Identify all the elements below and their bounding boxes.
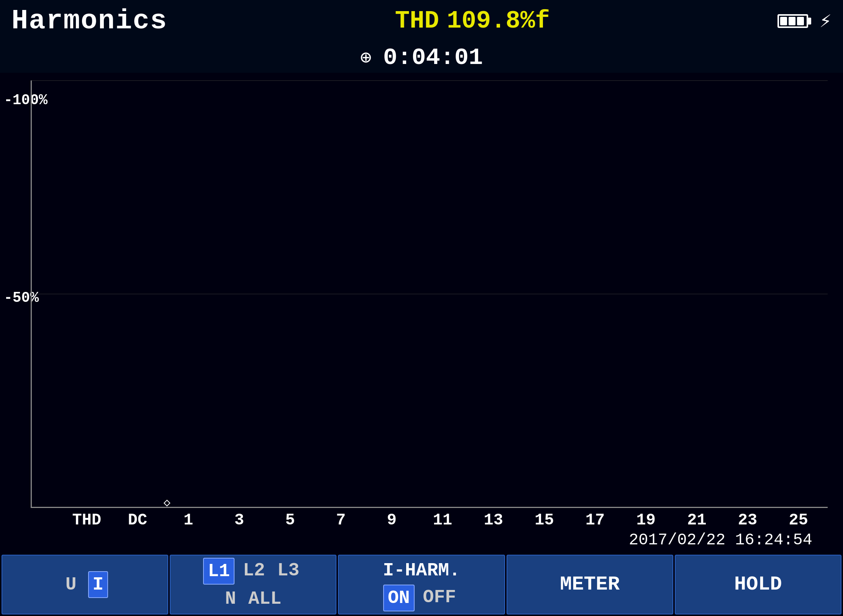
l3-button[interactable]: L3	[274, 558, 303, 585]
x-label-THD: THD	[61, 511, 112, 529]
bars-container: ◇	[32, 80, 828, 507]
date-display: 2017/02/22 16:24:54	[31, 529, 828, 551]
x-label-21: 21	[671, 511, 722, 529]
l-top-row: L1 L2 L3	[203, 558, 303, 585]
status-icons: ⚡	[777, 9, 832, 33]
iharm-button-group[interactable]: I-HARM. ON OFF	[338, 555, 505, 614]
chart-inner: ◇	[31, 80, 828, 508]
top-header: Harmonics THD 109.8%f ⚡	[0, 0, 843, 42]
x-label-17: 17	[570, 511, 621, 529]
i-button[interactable]: I	[88, 571, 108, 598]
ui-button-group[interactable]: U I	[2, 555, 168, 614]
time-row: ⊕ 0:04:01	[0, 42, 843, 73]
x-label-19: 19	[620, 511, 671, 529]
clock-icon: ⊕	[360, 46, 372, 69]
iharm-top-row: I-HARM.	[379, 558, 464, 583]
x-label-3: 3	[214, 511, 265, 529]
l-bottom-row: N ALL	[221, 586, 285, 611]
x-label-DC: DC	[112, 511, 163, 529]
iharm-on-button[interactable]: ON	[383, 585, 415, 611]
u-button[interactable]: U	[62, 572, 80, 597]
chart-area: -100% -50% ◇ THDDC135791113151719212325 …	[0, 73, 843, 555]
l1-button[interactable]: L1	[203, 558, 235, 585]
iharm-off-button[interactable]: OFF	[419, 585, 460, 611]
x-label-23: 23	[722, 511, 773, 529]
thd-label: THD	[395, 7, 439, 35]
ui-content: U I	[62, 571, 108, 598]
meter-label: METER	[560, 573, 620, 596]
iharm-label: I-HARM.	[379, 558, 464, 583]
x-label-25: 25	[773, 511, 824, 529]
all-button[interactable]: ALL	[244, 586, 285, 611]
iharm-bottom-row: ON OFF	[383, 585, 460, 611]
l-button-group[interactable]: L1 L2 L3 N ALL	[170, 555, 336, 614]
hold-button[interactable]: HOLD	[675, 555, 841, 614]
plug-icon: ⚡	[820, 9, 832, 33]
hold-label: HOLD	[734, 573, 782, 596]
x-label-1: 1	[163, 511, 214, 529]
x-axis: THDDC135791113151719212325	[61, 508, 828, 529]
meter-button[interactable]: METER	[507, 555, 673, 614]
time-display: 0:04:01	[383, 44, 483, 71]
n-button[interactable]: N	[221, 586, 240, 611]
bar-marker: ◇	[164, 495, 171, 510]
bottom-buttons: U I L1 L2 L3 N ALL I-HARM. ON OFF METER …	[0, 555, 843, 616]
battery-bar-3	[797, 17, 804, 25]
x-label-9: 9	[366, 511, 417, 529]
battery-bar-2	[789, 17, 795, 25]
l2-button[interactable]: L2	[239, 558, 269, 585]
battery-bar-1	[780, 17, 787, 25]
battery-body	[777, 14, 808, 28]
x-label-11: 11	[417, 511, 468, 529]
x-label-5: 5	[265, 511, 316, 529]
thd-display: THD 109.8%f	[395, 7, 550, 35]
x-label-7: 7	[315, 511, 366, 529]
x-label-13: 13	[468, 511, 519, 529]
x-label-15: 15	[519, 511, 570, 529]
page-title: Harmonics	[11, 5, 167, 37]
battery-icon	[777, 14, 808, 28]
thd-value: 109.8%f	[447, 7, 550, 35]
